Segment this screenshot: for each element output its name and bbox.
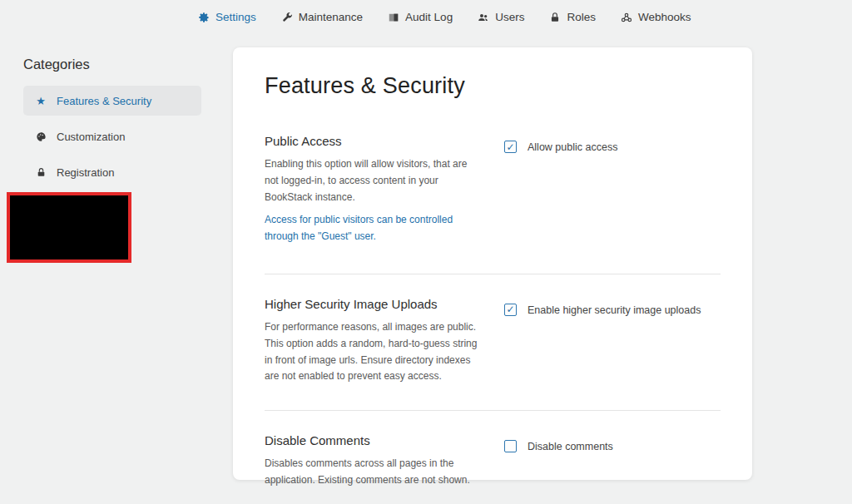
checkbox-label: Disable comments bbox=[528, 441, 613, 452]
lock-icon bbox=[549, 12, 561, 23]
section-info: Public Access Enabling this option will … bbox=[265, 134, 483, 245]
nav-item-maintenance[interactable]: Maintenance bbox=[281, 11, 363, 23]
nav-item-settings[interactable]: Settings bbox=[198, 11, 256, 23]
section-public-access: Public Access Enabling this option will … bbox=[265, 99, 721, 274]
star-icon: ★ bbox=[35, 96, 47, 106]
nav-label: Roles bbox=[567, 11, 596, 23]
book-icon bbox=[388, 12, 399, 23]
nav-item-webhooks[interactable]: Webhooks bbox=[621, 11, 691, 23]
guest-user-link[interactable]: Access for public visitors can be contro… bbox=[265, 212, 483, 245]
sidebar-item-customization[interactable]: Customization bbox=[23, 121, 201, 151]
sidebar-item-features-security[interactable]: ★ Features & Security bbox=[23, 86, 201, 116]
wrench-icon bbox=[281, 12, 293, 23]
section-disable-comments: Disable Comments Disables comments acros… bbox=[265, 411, 721, 504]
redacted-region bbox=[7, 192, 131, 263]
section-heading: Higher Security Image Uploads bbox=[265, 297, 483, 311]
section-info: Higher Security Image Uploads For perfor… bbox=[265, 297, 483, 385]
allow-public-access-checkbox[interactable] bbox=[504, 141, 517, 153]
checkbox-row: Enable higher security image uploads bbox=[504, 297, 701, 316]
categories-sidebar: Categories ★ Features & Security Customi… bbox=[23, 57, 201, 193]
disable-comments-checkbox[interactable] bbox=[504, 440, 517, 452]
sidebar-title: Categories bbox=[23, 57, 201, 72]
section-image-uploads: Higher Security Image Uploads For perfor… bbox=[265, 274, 721, 410]
settings-top-nav: Settings Maintenance Audit Log Users Rol… bbox=[198, 11, 691, 23]
nav-item-roles[interactable]: Roles bbox=[549, 11, 596, 23]
lock-icon bbox=[35, 167, 47, 178]
section-info: Disable Comments Disables comments acros… bbox=[265, 433, 483, 489]
sidebar-item-registration[interactable]: Registration bbox=[23, 157, 201, 187]
nav-label: Settings bbox=[215, 11, 256, 23]
page-title: Features & Security bbox=[265, 73, 721, 99]
nav-item-audit-log[interactable]: Audit Log bbox=[388, 11, 453, 23]
section-description: For performance reasons, all images are … bbox=[265, 319, 483, 385]
section-heading: Disable Comments bbox=[265, 433, 483, 447]
nav-label: Maintenance bbox=[299, 11, 363, 23]
settings-panel: Features & Security Public Access Enabli… bbox=[233, 47, 752, 480]
gear-icon bbox=[198, 12, 210, 23]
higher-security-uploads-checkbox[interactable] bbox=[504, 304, 517, 316]
checkbox-row: Allow public access bbox=[504, 134, 617, 153]
sidebar-item-label: Customization bbox=[57, 131, 125, 143]
checkbox-label: Allow public access bbox=[528, 141, 617, 153]
checkbox-row: Disable comments bbox=[504, 433, 613, 452]
nav-label: Webhooks bbox=[638, 11, 691, 23]
section-heading: Public Access bbox=[265, 134, 483, 148]
sidebar-item-label: Features & Security bbox=[57, 95, 151, 107]
nav-item-users[interactable]: Users bbox=[478, 11, 524, 23]
nav-label: Audit Log bbox=[405, 11, 453, 23]
webhook-icon bbox=[621, 12, 632, 23]
sidebar-item-label: Registration bbox=[57, 166, 114, 179]
users-icon bbox=[478, 12, 489, 23]
section-description: Disables comments across all pages in th… bbox=[265, 456, 483, 489]
checkbox-label: Enable higher security image uploads bbox=[528, 304, 701, 316]
section-description: Enabling this option will allow visitors… bbox=[265, 156, 483, 205]
palette-icon bbox=[35, 131, 47, 142]
nav-label: Users bbox=[495, 11, 524, 23]
